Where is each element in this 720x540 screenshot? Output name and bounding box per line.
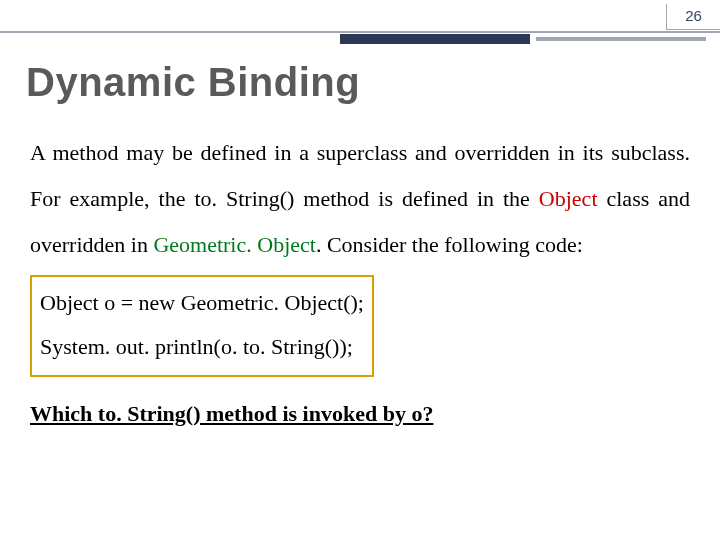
paragraph-main: A method may be defined in a superclass …: [30, 130, 690, 269]
divider-right: [536, 37, 706, 41]
divider-top: [0, 31, 720, 33]
slide-title: Dynamic Binding: [26, 60, 360, 105]
slide: 26 Dynamic Binding A method may be defin…: [0, 0, 720, 540]
page-number-box: 26: [666, 4, 720, 30]
divider-accent: [340, 34, 530, 44]
code-box: Object o = new Geometric. Object(); Syst…: [30, 275, 374, 377]
keyword-geometric-object: Geometric. Object: [153, 232, 316, 257]
text-segment: . Consider the following code:: [316, 232, 583, 257]
code-line-2: System. out. println(o. to. String());: [40, 325, 364, 369]
code-line-1: Object o = new Geometric. Object();: [40, 281, 364, 325]
keyword-object: Object: [539, 186, 598, 211]
page-number: 26: [685, 7, 702, 24]
slide-body: A method may be defined in a superclass …: [30, 130, 690, 437]
question-text: Which to. String() method is invoked by …: [30, 391, 690, 437]
